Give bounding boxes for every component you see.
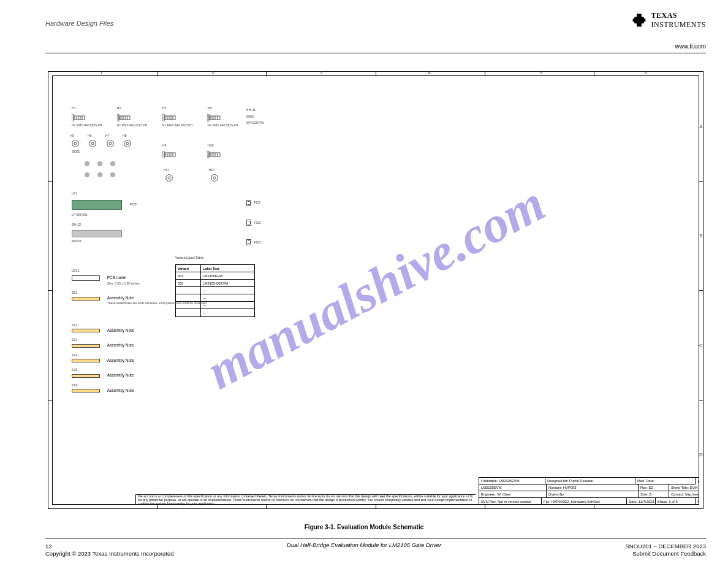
- orderable-block: the accuracy or completeness of this spe…: [135, 494, 476, 505]
- svg-marker-12: [107, 140, 113, 147]
- tb-sheet: Sheet: 1 of 3: [656, 498, 696, 505]
- label-symbol: [72, 230, 122, 237]
- ref-h3: H3: [162, 106, 167, 110]
- fiducial-icon: [246, 220, 251, 226]
- ti-url[interactable]: www.ti.com: [675, 43, 706, 50]
- svg-rect-3: [119, 116, 130, 120]
- svg-point-9: [74, 142, 77, 145]
- doc-title: Dual Half-Bridge Evaluation Module for L…: [287, 542, 441, 548]
- nut-icon: [211, 174, 218, 182]
- screw-icon: [207, 114, 223, 121]
- figure-caption: Figure 3-1. Evaluation Module Schematic: [305, 524, 424, 530]
- zone-col-4: 4: [428, 70, 431, 75]
- tb-project: LM2105EVM: [479, 484, 547, 491]
- rev-note: the accuracy or completeness of this spe…: [136, 495, 476, 505]
- schematic-content: H1 NY PMS 440 0025 PH H2 NY PMS 440 0025…: [52, 75, 699, 505]
- ref-fid3: FID3: [254, 240, 260, 244]
- ti-logo-text2: INSTRUMENTS: [651, 20, 706, 29]
- tb-copy: © Texas Instruments 2023: [696, 498, 699, 505]
- tb-date: Date: 11/7/2023: [627, 498, 656, 505]
- label-card-yellow: [72, 344, 100, 348]
- part-h4: NY PMS 440 0025 PH: [207, 123, 238, 127]
- tb-number: Number: HVP093: [547, 484, 639, 491]
- ref-fid1: FID1: [254, 201, 260, 204]
- fiducial-icon: [246, 200, 251, 206]
- ref-h1: H1: [72, 106, 76, 110]
- label-card-yellow: [72, 329, 100, 332]
- table-cell: —: [201, 309, 254, 316]
- feedback-link[interactable]: Submit Document Feedback: [632, 550, 706, 557]
- ref-h5: H5: [70, 134, 74, 137]
- standoff-icon: [110, 161, 115, 166]
- screw-icon: [162, 151, 178, 158]
- zone-col-6: 6: [645, 70, 647, 75]
- tb-moddate: Mod. Date:: [635, 478, 696, 484]
- ref-shj1: SH-J1: [246, 108, 256, 112]
- ref-zz3: ZZ3: [72, 338, 78, 342]
- ref-h11: H11: [164, 168, 169, 172]
- title-block: Orderable: LM2105EVM Designed for: Publi…: [479, 477, 699, 505]
- shunt-icon: [246, 115, 254, 118]
- ref-h12: H12: [209, 168, 214, 172]
- ref-zz6: ZZ6: [72, 383, 78, 387]
- ref-zz2: ZZ2: [72, 323, 78, 327]
- svg-marker-8: [72, 140, 78, 147]
- ref-zz5: ZZ5: [72, 368, 78, 372]
- nut-icon: [89, 140, 96, 147]
- tb-contact: Contact: http://www.ti.com/support: [669, 491, 699, 498]
- table-cell: —: [201, 287, 254, 294]
- table-cell: LM2105EVM: [201, 272, 254, 280]
- ti-chip-icon: [631, 12, 647, 28]
- ref-zz1: ZZ1: [72, 291, 78, 294]
- screw-icon: [207, 151, 223, 158]
- label-card-yellow: [72, 389, 100, 393]
- nut-icon: [107, 140, 114, 147]
- lbl1-text: PCB Label: [107, 275, 126, 280]
- ref-zz4: ZZ4: [72, 353, 78, 357]
- part-h3: NY PMS 440 0025 PH: [162, 123, 193, 127]
- ref-h10: H10: [207, 144, 213, 147]
- nut-icon: [72, 140, 79, 147]
- tb-ti-logo-mini: TEXASINSTRUMENTS: [696, 478, 699, 484]
- ref-h6: H6: [88, 134, 91, 137]
- table-cell: [176, 287, 201, 294]
- part-h1: NY PMS 440 0025 PH: [72, 123, 102, 127]
- doc-id: SNOU201 – DECEMBER 2023: [626, 543, 706, 550]
- tb-designfor: Designed for: Public Release: [545, 478, 635, 484]
- zone-col-2: 2: [212, 70, 214, 75]
- pcb-symbol: [72, 200, 122, 210]
- table-header: Variant: [176, 265, 201, 272]
- svg-rect-19: [209, 153, 220, 156]
- label-card-yellow: [72, 297, 100, 301]
- svg-point-23: [213, 177, 216, 179]
- svg-rect-7: [209, 116, 220, 120]
- schematic-frame: 1 2 3 4 5 6 A B C D manualshive.com H1 N…: [48, 71, 703, 509]
- zone-row-c: C: [699, 343, 703, 348]
- label-card-yellow: [72, 374, 100, 378]
- zz1-note: These assemblies are ESD sensitive, ESD …: [107, 301, 208, 305]
- svg-marker-20: [166, 174, 172, 182]
- table-header: Label Text: [201, 265, 254, 272]
- zone-row-a: A: [699, 124, 703, 129]
- svg-rect-1: [74, 116, 85, 120]
- ref-shj2: SH-J2: [72, 223, 81, 226]
- standoff-icon: [110, 172, 115, 177]
- tb-engineer: Engineer: W. Chen: [479, 491, 547, 498]
- svg-marker-22: [211, 174, 218, 182]
- ref-h4: H4: [207, 106, 211, 110]
- tb-size: Size: B: [639, 491, 669, 498]
- label-card-yellow: [72, 359, 100, 362]
- header-rule: [45, 53, 706, 53]
- pcb-label: PCB: [130, 202, 137, 206]
- pcb-lp1-part: LP-093-001: [72, 213, 88, 216]
- screw-icon: [117, 114, 133, 121]
- standoff-icon: [85, 172, 89, 177]
- copyright: Copyright © 2023 Texas Instruments Incor…: [45, 550, 174, 557]
- screw-icon: [72, 114, 88, 121]
- ref-fid2: FID2: [254, 221, 260, 224]
- part-shj2: 6050x1: [72, 239, 82, 243]
- zz1-text: Assembly Note: [107, 296, 134, 300]
- ref-lbl1: LBL1: [72, 269, 80, 272]
- tb-file: File: HVP093E2_Hardware.SchDoc: [542, 498, 627, 505]
- standoff-icon: [85, 161, 89, 166]
